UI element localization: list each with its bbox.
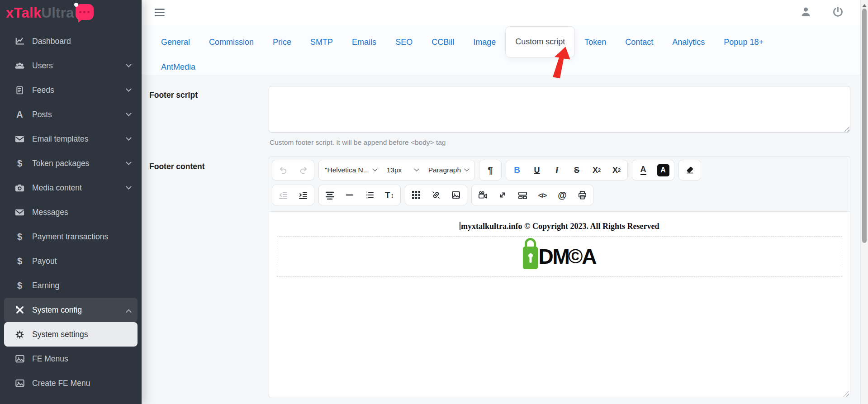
sidebar-item-dashboard[interactable]: Dashboard: [0, 29, 142, 53]
unlink-icon[interactable]: [426, 186, 446, 204]
sidebar-item-label: Create FE Menu: [32, 379, 90, 388]
sidebar-item-fe-menus[interactable]: FE Menus: [0, 347, 142, 371]
indent-icon[interactable]: [293, 186, 313, 204]
dollar-icon: $: [14, 281, 25, 290]
sidebar-item-label: System settings: [32, 330, 88, 339]
scrollbar-thumb[interactable]: [862, 9, 867, 243]
tab-analytics[interactable]: Analytics: [663, 25, 714, 59]
sidebar-item-system-settings[interactable]: System settings: [4, 322, 138, 347]
sidebar-item-label: Feeds: [32, 86, 54, 95]
bold-button[interactable]: B: [507, 161, 527, 179]
dollar-icon: $: [14, 159, 25, 168]
dmca-image-block[interactable]: DM©A: [277, 236, 842, 277]
sidebar-item-label: Payment transactions: [32, 232, 108, 242]
chevron-down-icon: [464, 166, 469, 171]
sidebar-item-system-config[interactable]: System config: [4, 298, 138, 322]
fullscreen-icon[interactable]: [493, 186, 512, 204]
vertical-scrollbar[interactable]: [860, 0, 868, 404]
main-content: General Commission Price SMTP Emails SEO…: [142, 0, 860, 404]
strikethrough-button[interactable]: S: [567, 161, 587, 179]
dollar-icon: $: [14, 257, 25, 266]
tab-emails[interactable]: Emails: [342, 25, 386, 59]
font-color-button[interactable]: A: [633, 161, 653, 179]
chevron-down-icon: [126, 62, 132, 67]
users-icon: [14, 61, 25, 71]
sidebar-item-token-packages[interactable]: $ Token packages: [0, 151, 142, 176]
footer-script-label: Footer script: [149, 90, 198, 100]
envelope-icon: [14, 134, 25, 144]
print-icon[interactable]: [572, 186, 592, 204]
sidebar-item-payment-transactions[interactable]: $ Payment transactions: [0, 224, 142, 249]
tab-smtp[interactable]: SMTP: [301, 25, 342, 59]
sidebar-item-media-content[interactable]: Media content: [0, 176, 142, 200]
undo-icon[interactable]: [273, 161, 293, 179]
sidebar-item-feeds[interactable]: Feeds: [0, 78, 142, 102]
horizontal-rule-icon[interactable]: [340, 186, 360, 204]
chevron-down-icon: [126, 86, 132, 92]
tab-image[interactable]: Image: [464, 25, 505, 59]
align-center-icon[interactable]: [320, 186, 340, 204]
editor-content-area[interactable]: myxtalkultra.info © Copyright 2023. All …: [269, 211, 850, 398]
tab-ccbill[interactable]: CCBill: [422, 25, 464, 59]
scrollbar-up-arrow[interactable]: [862, 2, 867, 7]
dollar-icon: $: [14, 232, 25, 241]
tab-antmedia[interactable]: AntMedia: [152, 62, 205, 72]
user-profile-icon[interactable]: [800, 6, 812, 18]
camera-icon: [14, 183, 25, 193]
sidebar-item-earning[interactable]: $ Earning: [0, 273, 142, 298]
tab-custom-script[interactable]: Custom script: [505, 26, 575, 57]
sidebar-item-label: System config: [32, 305, 82, 315]
tab-general[interactable]: General: [152, 25, 199, 59]
chat-bubble-icon: [76, 4, 94, 20]
paragraph-format-select[interactable]: Paragraph: [423, 161, 474, 179]
tab-seo[interactable]: SEO: [386, 25, 422, 59]
sidebar-item-posts[interactable]: A Posts: [0, 102, 142, 127]
logout-power-icon[interactable]: [832, 6, 844, 18]
sidebar-item-payout[interactable]: $ Payout: [0, 249, 142, 273]
sidebar-item-create-fe-menu[interactable]: Create FE Menu: [0, 371, 142, 395]
insert-image-icon[interactable]: [446, 186, 466, 204]
sidebar-item-email-templates[interactable]: Email templates: [0, 127, 142, 151]
tab-token[interactable]: Token: [575, 25, 616, 59]
tools-icon: [14, 305, 25, 315]
font-family-select[interactable]: "Helvetica N...: [320, 161, 382, 179]
outdent-icon[interactable]: [273, 186, 293, 204]
subscript-button[interactable]: X2: [587, 161, 607, 179]
hamburger-menu-icon[interactable]: [155, 9, 165, 18]
footer-content-label: Footer content: [149, 162, 205, 171]
superscript-button[interactable]: X2: [607, 161, 626, 179]
paragraph-mark-icon[interactable]: ¶: [480, 161, 500, 179]
line-height-icon[interactable]: T↕: [379, 186, 399, 204]
mention-button[interactable]: @: [552, 186, 572, 204]
underline-button[interactable]: U: [527, 161, 547, 179]
background-color-button[interactable]: A: [653, 161, 673, 179]
sidebar-item-label: Messages: [32, 208, 68, 217]
editor-resize-grip[interactable]: [843, 391, 849, 397]
video-icon[interactable]: [473, 186, 493, 204]
redo-icon[interactable]: [293, 161, 313, 179]
sidebar-item-label: Email templates: [32, 134, 89, 144]
italic-button[interactable]: I: [547, 161, 567, 179]
ordered-list-icon[interactable]: [360, 186, 379, 204]
table-icon[interactable]: [406, 186, 426, 204]
letter-a-icon: A: [14, 110, 25, 119]
envelope-icon: [14, 207, 25, 218]
footer-script-input[interactable]: [269, 86, 850, 133]
chevron-down-icon: [126, 184, 132, 190]
tab-contact[interactable]: Contact: [616, 25, 663, 59]
tab-price[interactable]: Price: [263, 25, 301, 59]
source-code-button[interactable]: </>: [532, 186, 552, 204]
chevron-down-icon: [126, 159, 132, 165]
layout-split-icon[interactable]: [512, 186, 532, 204]
sidebar-item-label: FE Menus: [32, 354, 68, 364]
brand-logo[interactable]: xTalkUltra: [0, 0, 142, 26]
tab-popup-18[interactable]: Popup 18+: [714, 25, 773, 59]
sidebar-item-users[interactable]: Users: [0, 53, 142, 78]
sidebar-item-label: Posts: [32, 110, 52, 119]
sidebar-item-messages[interactable]: Messages: [0, 200, 142, 224]
font-size-select[interactable]: 13px: [382, 161, 423, 179]
eraser-icon[interactable]: [680, 161, 700, 179]
chevron-down-icon: [414, 166, 419, 171]
copyright-text: myxtalkultra.info © Copyright 2023. All …: [269, 222, 850, 231]
tab-commission[interactable]: Commission: [199, 25, 263, 59]
